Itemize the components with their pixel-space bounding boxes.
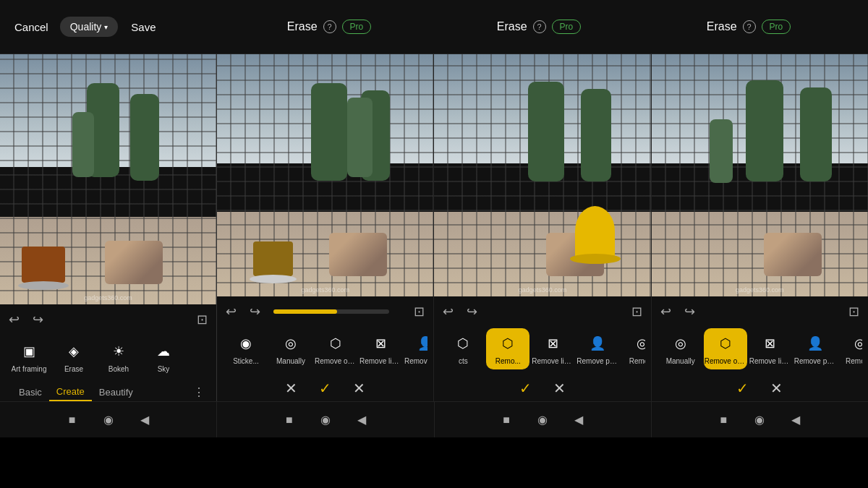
panel-3-image: gadgets360.com — [434, 54, 650, 296]
bottom-nav-panel-3: ■ ◉ ◀ — [435, 402, 652, 437]
remove-lines-icon-4: ⊠ — [760, 333, 781, 354]
remove-lines-label-3: Remove lines — [532, 357, 574, 365]
bottom-nav-panel-1: ■ ◉ ◀ — [0, 402, 217, 437]
bottom-record-icon-3[interactable]: ◉ — [535, 413, 550, 427]
panel-4-image: gadgets360.com — [652, 54, 868, 296]
bokeh-icon: ☀ — [108, 341, 129, 362]
manually-tool-4[interactable]: ◎ Manually — [659, 328, 702, 369]
tab-beautify[interactable]: Beautify — [92, 384, 140, 401]
undo-button-1[interactable]: ↩ — [6, 310, 22, 329]
remove-people-tool-2[interactable]: 👤 Remove peopl... — [404, 328, 427, 369]
panel-4-controls: ↩ ↪ ⊡ ◎ Manually ⬡ Remove object ⊠ Remov… — [652, 296, 868, 401]
undo-button-3[interactable]: ↩ — [440, 302, 456, 321]
confirm-action-2[interactable]: ✓ — [319, 380, 331, 397]
remove-tool-3[interactable]: ◎ Remove — [621, 328, 644, 369]
bottom-back-icon-4[interactable]: ◀ — [788, 413, 803, 427]
cancel-action-4[interactable]: ✕ — [770, 380, 783, 397]
remo-tool[interactable]: ⬡ Remo... — [486, 328, 529, 369]
redo-button-1[interactable]: ↪ — [30, 310, 46, 329]
panel-4-header: Erase ? Pro — [644, 20, 854, 34]
panel-1-tools: ▣ Art framing ◈ Erase ☀ Bokeh ☁ Sky — [6, 333, 210, 380]
sky-label: Sky — [158, 365, 170, 373]
cts-tool[interactable]: ⬡ cts — [441, 328, 485, 369]
confirm-action-3[interactable]: ✓ — [519, 380, 532, 397]
remov-tool-4[interactable]: ◎ Remov... — [838, 328, 862, 369]
remo-label: Remo... — [495, 357, 521, 365]
cancel-action-2[interactable]: ✕ — [285, 380, 297, 397]
confirm-action-4[interactable]: ✓ — [736, 380, 749, 397]
bottom-back-icon-2[interactable]: ◀ — [354, 413, 369, 427]
bottom-back-icon-3[interactable]: ◀ — [571, 413, 586, 427]
bottom-back-icon-1[interactable]: ◀ — [137, 413, 152, 427]
crop-button-4[interactable]: ⊡ — [846, 302, 862, 321]
help-icon-3[interactable]: ? — [533, 20, 546, 33]
quality-button[interactable]: Quality ▾ — [60, 17, 119, 37]
bottom-nav-panel-2: ■ ◉ ◀ — [217, 402, 434, 437]
remove-people-icon-3: 👤 — [587, 333, 608, 354]
remove-lines-label-2: Remove lines — [359, 357, 401, 365]
remove-lines-icon-2: ⊠ — [370, 333, 391, 354]
sky-icon: ☁ — [153, 341, 174, 362]
remove-objects-icon-2: ⬡ — [325, 333, 346, 354]
tab-create[interactable]: Create — [49, 383, 92, 401]
undo-button-4[interactable]: ↩ — [658, 302, 674, 321]
confirm-row-4: ✓ ✕ — [658, 372, 862, 401]
bokeh-tool[interactable]: ☀ Bokeh — [97, 336, 140, 377]
tab-more-icon[interactable]: ⋮ — [193, 385, 205, 399]
reject-action-2[interactable]: ✕ — [353, 380, 365, 397]
redo-button-3[interactable]: ↪ — [464, 302, 480, 321]
redo-button-4[interactable]: ↪ — [681, 302, 698, 321]
manually-icon-4: ◎ — [670, 333, 692, 354]
panel-3: gadgets360.com ↩ ↪ ⊡ ⬡ cts ⬡ Remo... ⊠ — [434, 54, 651, 401]
erase-title-4: Erase — [707, 20, 737, 33]
pro-badge-2: Pro — [342, 20, 372, 34]
remove-lines-tool-2[interactable]: ⊠ Remove lines — [359, 328, 402, 369]
manually-tool-2[interactable]: ◎ Manually — [269, 328, 312, 369]
undo-button-2[interactable]: ↩ — [223, 302, 239, 321]
save-button[interactable]: Save — [131, 21, 156, 33]
bottom-record-icon-4[interactable]: ◉ — [752, 413, 767, 427]
crop-button-3[interactable]: ⊡ — [629, 302, 645, 321]
top-bar: Cancel Quality ▾ Save Erase ? Pro Erase … — [0, 0, 868, 54]
remove-lines-tool-4[interactable]: ⊠ Remove lines — [749, 328, 792, 369]
bottom-stop-icon-2[interactable]: ■ — [282, 413, 297, 427]
undo-redo-row-1: ↩ ↪ ⊡ — [6, 309, 210, 330]
panel-2-header: Erase ? Pro — [224, 20, 434, 34]
remove-people-tool-3[interactable]: 👤 Remove peopl... — [576, 328, 619, 369]
remove-people-tool-4[interactable]: 👤 Remove peopl... — [793, 328, 837, 369]
cts-icon: ⬡ — [452, 333, 474, 354]
panel-2-controls: ↩ ↪ ⊡ ◉ Sticke... ◎ — [217, 296, 433, 401]
tab-basic[interactable]: Basic — [12, 384, 49, 401]
bottom-record-icon-2[interactable]: ◉ — [318, 413, 333, 427]
chevron-down-icon: ▾ — [104, 23, 108, 31]
remove-objects-tool-2[interactable]: ⬡ Remove objec... — [314, 328, 357, 369]
manually-icon-2: ◎ — [280, 333, 302, 354]
sticker-tool[interactable]: ◉ Sticke... — [224, 328, 268, 369]
panel-4: gadgets360.com ↩ ↪ ⊡ ◎ Manually ⬡ Remove… — [652, 54, 868, 401]
redo-button-2[interactable]: ↪ — [247, 302, 263, 321]
manually-label-4: Manually — [666, 357, 695, 365]
help-icon-4[interactable]: ? — [743, 20, 756, 33]
crop-button-2[interactable]: ⊡ — [411, 302, 427, 321]
crop-button-1[interactable]: ⊡ — [194, 310, 210, 329]
bottom-stop-icon-4[interactable]: ■ — [716, 413, 731, 427]
help-icon-2[interactable]: ? — [323, 20, 336, 33]
bottom-stop-icon-3[interactable]: ■ — [499, 413, 514, 427]
sky-tool[interactable]: ☁ Sky — [142, 336, 185, 377]
cancel-button[interactable]: Cancel — [14, 21, 48, 33]
panel-1: gadgets360.com ↩ ↪ ⊡ ▣ Art framing ◈ Era… — [0, 54, 217, 401]
panel-2-image: gadgets360.com — [217, 54, 433, 296]
erase-tool[interactable]: ◈ Erase — [52, 336, 95, 377]
bottom-record-icon-1[interactable]: ◉ — [101, 413, 116, 427]
erase-title-2: Erase — [287, 20, 318, 33]
remove-object-tool-4[interactable]: ⬡ Remove object — [704, 328, 747, 369]
confirm-row-3: ✓ ✕ — [440, 372, 644, 401]
panel-2: gadgets360.com ↩ ↪ ⊡ ◉ Stick — [217, 54, 434, 401]
bottom-nav: ■ ◉ ◀ ■ ◉ ◀ ■ ◉ ◀ ■ ◉ ◀ — [0, 401, 868, 437]
art-framing-tool[interactable]: ▣ Art framing — [7, 336, 51, 377]
erase-label-tool: Erase — [64, 365, 83, 373]
bottom-stop-icon-1[interactable]: ■ — [65, 413, 80, 427]
remove-label-3: Remove — [629, 357, 645, 365]
cancel-action-3[interactable]: ✕ — [553, 380, 566, 397]
remove-lines-tool-3[interactable]: ⊠ Remove lines — [531, 328, 574, 369]
